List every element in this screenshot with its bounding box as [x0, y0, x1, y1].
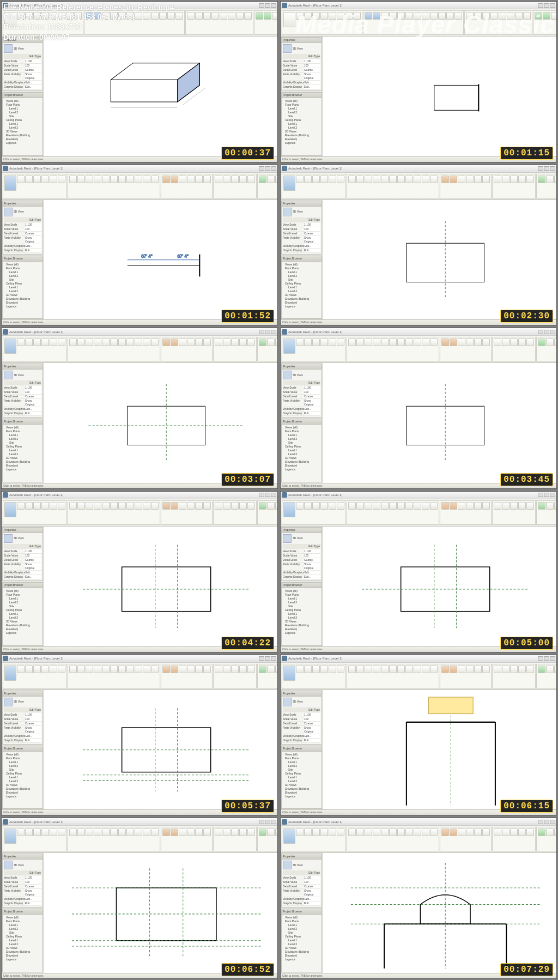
- tree-item[interactable]: Elevations (Building Elevation): [283, 297, 320, 305]
- ribbon-button[interactable]: [259, 666, 266, 673]
- ribbon-button[interactable]: [162, 176, 170, 183]
- ribbon-button[interactable]: [110, 338, 118, 346]
- ribbon-button[interactable]: [450, 176, 457, 183]
- ribbon-button[interactable]: [389, 828, 397, 836]
- ribbon-button[interactable]: [365, 828, 372, 836]
- tree-item[interactable]: Views (all): [283, 426, 320, 429]
- ribbon-button[interactable]: [474, 338, 482, 346]
- tree-item[interactable]: Level 1: [283, 270, 320, 274]
- ribbon-button[interactable]: [179, 176, 186, 183]
- ribbon-button[interactable]: [195, 176, 203, 183]
- ribbon-button[interactable]: [110, 828, 118, 836]
- tree-item[interactable]: Elevations (Building Elevation): [4, 787, 41, 795]
- ribbon-button[interactable]: [373, 176, 380, 183]
- tree-item[interactable]: Level 1: [4, 612, 41, 616]
- tree-item[interactable]: Legends: [283, 305, 320, 308]
- ribbon-button[interactable]: [126, 176, 134, 183]
- thumbnail[interactable]: Autodesk Revit - [Floor Plan: Level 1] P…: [280, 328, 557, 489]
- ribbon-button[interactable]: [126, 502, 134, 510]
- ribbon-button[interactable]: [337, 338, 344, 346]
- tree-item[interactable]: Level 1: [283, 107, 320, 111]
- ribbon-button[interactable]: [329, 828, 336, 836]
- ribbon-button[interactable]: [458, 176, 465, 183]
- tree-item[interactable]: Floor Plans: [4, 103, 41, 107]
- ribbon-button[interactable]: [312, 502, 320, 510]
- ribbon-button[interactable]: [283, 176, 295, 191]
- ribbon-button[interactable]: [518, 828, 526, 836]
- ribbon-button[interactable]: [389, 338, 397, 346]
- ribbon-button[interactable]: [405, 176, 413, 183]
- ribbon-button[interactable]: [69, 502, 77, 510]
- ribbon-button[interactable]: [69, 338, 77, 346]
- ribbon-button[interactable]: [171, 338, 178, 346]
- ribbon-button[interactable]: [77, 502, 85, 510]
- tree-item[interactable]: Site: [283, 768, 320, 772]
- ribbon-button[interactable]: [337, 176, 344, 183]
- ribbon-button[interactable]: [546, 338, 554, 346]
- ribbon-button[interactable]: [151, 338, 159, 346]
- ribbon-button[interactable]: [247, 666, 255, 673]
- ribbon-button[interactable]: [482, 176, 490, 183]
- tree-item[interactable]: Legends: [283, 468, 320, 471]
- ribbon-button[interactable]: [102, 666, 110, 673]
- drawing-canvas[interactable]: [323, 363, 556, 483]
- ribbon-button[interactable]: [264, 12, 271, 20]
- tree-item[interactable]: Ceiling Plans: [283, 935, 320, 939]
- ribbon-button[interactable]: [259, 338, 266, 346]
- ribbon-button[interactable]: [223, 828, 231, 836]
- tree-item[interactable]: Level 1: [4, 449, 41, 452]
- ribbon-button[interactable]: [25, 338, 33, 346]
- ribbon-button[interactable]: [275, 502, 278, 510]
- tree-item[interactable]: Level 2: [4, 437, 41, 441]
- drawing-canvas[interactable]: [44, 527, 277, 646]
- tree-item[interactable]: 3D Views: [4, 293, 41, 297]
- ribbon-button[interactable]: [69, 666, 77, 673]
- ribbon-button[interactable]: [546, 666, 554, 673]
- window-controls[interactable]: [259, 166, 276, 171]
- ribbon-button[interactable]: [267, 338, 275, 346]
- ribbon-button[interactable]: [86, 666, 93, 673]
- ribbon-button[interactable]: [33, 176, 41, 183]
- ribbon-button[interactable]: [215, 666, 222, 673]
- ribbon-button[interactable]: [458, 338, 465, 346]
- ribbon-button[interactable]: [474, 502, 482, 510]
- ribbon-button[interactable]: [135, 666, 142, 673]
- tree-item[interactable]: Ceiling Plans: [283, 118, 320, 122]
- tree-item[interactable]: Ceiling Plans: [4, 935, 41, 939]
- tree-item[interactable]: Views (all): [4, 426, 41, 429]
- ribbon-button[interactable]: [179, 338, 186, 346]
- tree-item[interactable]: Site: [4, 278, 41, 282]
- ribbon-button[interactable]: [450, 828, 457, 836]
- ribbon-button[interactable]: [466, 828, 474, 836]
- ribbon-button[interactable]: [518, 666, 526, 673]
- ribbon-button[interactable]: [135, 338, 142, 346]
- drawing-canvas[interactable]: [323, 200, 556, 320]
- ribbon-button[interactable]: [554, 828, 557, 836]
- ribbon-button[interactable]: [187, 12, 195, 20]
- ribbon-button[interactable]: [482, 502, 490, 510]
- tree-item[interactable]: Floor Plans: [283, 593, 320, 597]
- tree-item[interactable]: Level 1: [4, 597, 41, 601]
- tree-item[interactable]: 3D Views: [4, 946, 41, 950]
- ribbon-button[interactable]: [458, 502, 465, 510]
- tree-item[interactable]: Ceiling Plans: [4, 282, 41, 286]
- ribbon-button[interactable]: [187, 828, 195, 836]
- ribbon-button[interactable]: [554, 666, 557, 673]
- ribbon-button[interactable]: [348, 176, 356, 183]
- drawing-canvas[interactable]: [323, 853, 556, 973]
- ribbon-button[interactable]: [110, 666, 118, 673]
- tree-item[interactable]: Level 2: [4, 601, 41, 604]
- tree-item[interactable]: Ceiling Plans: [283, 608, 320, 612]
- ribbon-button[interactable]: [162, 828, 170, 836]
- ribbon-button[interactable]: [50, 666, 57, 673]
- ribbon-button[interactable]: [430, 176, 438, 183]
- ribbon-button[interactable]: [304, 666, 312, 673]
- ribbon-button[interactable]: [348, 666, 356, 673]
- ribbon-button[interactable]: [223, 338, 231, 346]
- ribbon-button[interactable]: [397, 666, 405, 673]
- ribbon-button[interactable]: [474, 176, 482, 183]
- tree-item[interactable]: Level 1: [283, 776, 320, 779]
- ribbon-button[interactable]: [50, 176, 57, 183]
- ribbon-button[interactable]: [510, 828, 518, 836]
- tree-item[interactable]: 3D Views: [283, 946, 320, 950]
